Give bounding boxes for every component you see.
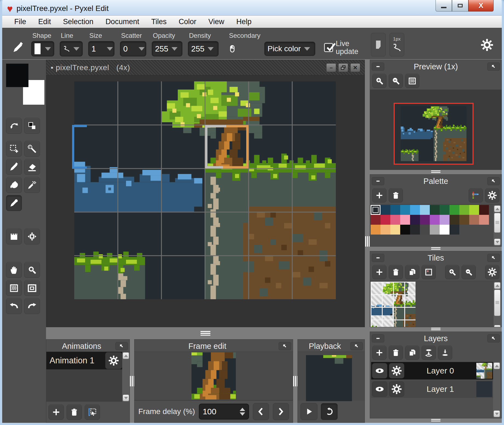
redo-button[interactable] bbox=[24, 298, 40, 314]
layer-settings-button[interactable] bbox=[389, 363, 404, 378]
add-animation-button[interactable] bbox=[48, 404, 64, 420]
eyedropper-tool[interactable] bbox=[6, 195, 22, 211]
vertical-splitter[interactable] bbox=[293, 339, 297, 423]
palette-swatch[interactable] bbox=[449, 205, 459, 215]
eraser-tool[interactable] bbox=[24, 159, 40, 175]
live-update-checkbox[interactable] bbox=[324, 43, 333, 52]
palette-swatch[interactable] bbox=[440, 225, 449, 235]
scrollbar-thumb[interactable] bbox=[494, 213, 500, 233]
palette-swatch[interactable] bbox=[459, 215, 469, 225]
add-color-button[interactable] bbox=[372, 188, 386, 202]
preview-zoom-in-button[interactable] bbox=[372, 74, 386, 88]
scroll-up-button[interactable] bbox=[494, 363, 500, 369]
palette-swatch[interactable] bbox=[420, 215, 430, 225]
palette-swatch[interactable] bbox=[371, 225, 380, 235]
palette-swatch[interactable] bbox=[479, 205, 489, 215]
panel-splitter[interactable] bbox=[370, 327, 502, 332]
merge-layer-down-button[interactable] bbox=[422, 346, 436, 360]
undo-button[interactable] bbox=[6, 298, 22, 314]
palette-swatch[interactable] bbox=[371, 205, 380, 215]
preview-zoom-out-button[interactable] bbox=[389, 74, 403, 88]
layer-thumbnail[interactable] bbox=[476, 381, 492, 397]
preview-viewport[interactable] bbox=[370, 90, 502, 170]
layer-thumbnail[interactable] bbox=[476, 363, 492, 379]
zoom-tool[interactable] bbox=[24, 262, 40, 278]
next-frame-button[interactable] bbox=[273, 403, 289, 420]
animation-item[interactable]: Animation 1 bbox=[46, 352, 122, 369]
palette-swatch[interactable] bbox=[440, 215, 449, 225]
tile-sync-button[interactable] bbox=[24, 229, 40, 244]
menu-document[interactable]: Document bbox=[99, 18, 145, 26]
palette-swatch[interactable] bbox=[380, 215, 390, 225]
tiles-collapse-button[interactable] bbox=[372, 254, 384, 262]
delete-layer-button[interactable] bbox=[389, 346, 403, 360]
menu-color[interactable]: Color bbox=[173, 18, 202, 26]
canvas-viewport[interactable] bbox=[46, 75, 365, 327]
dither-pen-tool[interactable] bbox=[24, 177, 40, 193]
tiles-scrollbar[interactable] bbox=[494, 282, 501, 327]
add-layer-button[interactable] bbox=[372, 346, 386, 360]
swap-colors-button[interactable] bbox=[6, 118, 22, 134]
palette-mixer-button[interactable] bbox=[469, 188, 483, 202]
frame-thumbnail[interactable] bbox=[191, 352, 236, 400]
toolbar-settings-button[interactable] bbox=[479, 37, 495, 53]
layers-popout-button[interactable] bbox=[487, 334, 500, 343]
scroll-down-button[interactable] bbox=[494, 325, 500, 327]
frame-edit-popout-button[interactable] bbox=[279, 342, 291, 350]
layer-row[interactable]: Layer 1 bbox=[371, 380, 493, 398]
palette-swatch[interactable] bbox=[469, 205, 479, 215]
scroll-up-button[interactable] bbox=[123, 352, 129, 359]
palette-swatch[interactable] bbox=[449, 225, 459, 235]
canvas-image[interactable] bbox=[74, 81, 336, 299]
size-dropdown[interactable]: 1 bbox=[88, 41, 114, 56]
tiles-zoom-out-button[interactable] bbox=[462, 265, 476, 279]
title-bar[interactable]: ♥ pixelTree.pyxel - Pyxel Edit X bbox=[2, 0, 502, 15]
palette-popout-button[interactable] bbox=[487, 177, 500, 185]
palette-swatch[interactable] bbox=[400, 225, 410, 235]
animation-settings-button[interactable] bbox=[105, 352, 122, 369]
palette-settings-button[interactable] bbox=[485, 188, 499, 202]
tiles-zoom-in-button[interactable] bbox=[445, 265, 459, 279]
line-style-dropdown[interactable] bbox=[60, 41, 83, 56]
layer-row[interactable]: Layer 0 bbox=[371, 362, 493, 380]
remove-tile-button[interactable] bbox=[422, 265, 436, 279]
scroll-down-button[interactable] bbox=[494, 410, 500, 417]
palette-swatch[interactable] bbox=[410, 225, 420, 235]
scroll-down-button[interactable] bbox=[494, 239, 500, 245]
tiles-popout-button[interactable] bbox=[487, 254, 500, 262]
palette-swatch[interactable] bbox=[390, 205, 400, 215]
duplicate-layer-button[interactable] bbox=[405, 346, 419, 360]
stroke-curve-button[interactable]: 1px bbox=[390, 33, 404, 56]
spinner-arrows[interactable] bbox=[240, 408, 245, 416]
preview-collapse-button[interactable] bbox=[372, 62, 384, 71]
delete-animation-button[interactable] bbox=[67, 404, 82, 420]
preview-pattern-button[interactable] bbox=[405, 74, 419, 88]
horizontal-splitter[interactable] bbox=[46, 327, 365, 339]
secondary-action-dropdown[interactable]: Pick color bbox=[264, 42, 315, 56]
palette-swatch[interactable] bbox=[430, 215, 440, 225]
tiled-document-button[interactable] bbox=[6, 229, 22, 244]
menu-file[interactable]: File bbox=[8, 18, 32, 26]
frame-delay-input[interactable]: 100 bbox=[199, 404, 249, 420]
menu-help[interactable]: Help bbox=[230, 18, 258, 26]
tiles-settings-button[interactable] bbox=[485, 265, 499, 279]
scroll-down-button[interactable] bbox=[123, 395, 129, 401]
palette-swatch[interactable] bbox=[400, 205, 410, 215]
palette-swatch[interactable] bbox=[420, 225, 430, 235]
palette-swatch[interactable] bbox=[390, 215, 400, 225]
palette-swatch[interactable] bbox=[440, 205, 449, 215]
scrollbar-thumb[interactable] bbox=[494, 290, 500, 316]
menu-view[interactable]: View bbox=[202, 18, 230, 26]
play-button[interactable] bbox=[300, 403, 317, 420]
palette-swatch[interactable] bbox=[371, 215, 380, 225]
panel-splitter[interactable] bbox=[370, 418, 502, 423]
toggle-pattern-button[interactable] bbox=[6, 280, 22, 296]
magic-wand-tool[interactable] bbox=[24, 141, 40, 157]
menu-tiles[interactable]: Tiles bbox=[145, 18, 173, 26]
scroll-up-button[interactable] bbox=[494, 282, 500, 289]
menu-selection[interactable]: Selection bbox=[57, 18, 99, 26]
default-colors-button[interactable] bbox=[24, 118, 40, 134]
rect-select-tool[interactable] bbox=[6, 141, 22, 157]
palette-swatch[interactable] bbox=[430, 225, 440, 235]
pan-tool[interactable] bbox=[6, 262, 22, 278]
